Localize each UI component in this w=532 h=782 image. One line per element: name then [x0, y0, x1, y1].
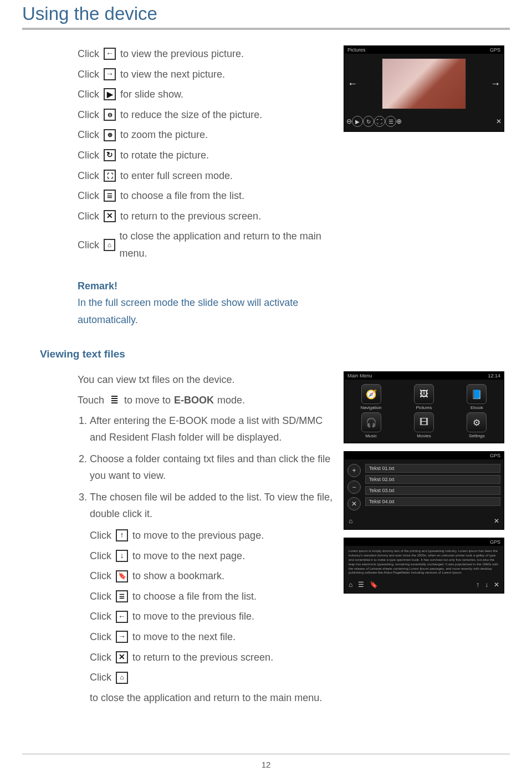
- text: Click: [78, 106, 99, 124]
- text: to choose a file from the list.: [132, 588, 257, 605]
- navigation-icon: 🧭: [361, 384, 381, 404]
- figure-clock: 12:14: [488, 373, 500, 379]
- text: to return to the previous screen.: [132, 649, 273, 666]
- text: to move to: [124, 392, 171, 409]
- menu-label: Music: [349, 433, 393, 438]
- text: Click: [78, 237, 99, 254]
- remark-text: In the full screen mode the slide show w…: [78, 294, 332, 328]
- zoom-out-icon: ⊖: [104, 109, 116, 121]
- file-row: Tekst 04.txt: [365, 497, 500, 506]
- file-list-icon: ☰: [358, 581, 364, 589]
- arrow-left-icon: ←: [104, 48, 116, 60]
- delete-icon: ✕: [347, 497, 361, 510]
- text: to move to the next page.: [132, 548, 245, 565]
- file-list-icon: ☰: [385, 116, 396, 127]
- menu-label: Ebook: [454, 405, 499, 410]
- text: to move to the previous file.: [132, 608, 254, 625]
- text: Click: [78, 66, 99, 83]
- text: You can view txt files on the device.: [78, 371, 235, 389]
- settings-icon: ⚙: [467, 412, 487, 432]
- text: Click: [78, 147, 99, 164]
- page-up-icon: ↑: [116, 529, 128, 541]
- text: to return to the previous screen.: [120, 208, 261, 225]
- pictures-instructions: Click←to view the previous picture. Clic…: [22, 45, 332, 328]
- footer-rule: [22, 754, 510, 754]
- zoom-out-icon: ⊖: [346, 117, 352, 125]
- text: to enter full screen mode.: [120, 167, 233, 185]
- figure-picture-viewer: Pictures GPS ← → ⊖ ▶ ↻ ⛶ ☰ ⊕ ✕: [344, 45, 504, 132]
- text: Click: [78, 167, 99, 185]
- zoom-in-icon: ⊕: [104, 129, 116, 141]
- close-icon: ✕: [496, 117, 502, 125]
- section-heading: Viewing text files: [40, 348, 510, 360]
- text: to view the next picture.: [120, 66, 225, 83]
- textfiles-instructions: You can view txt files on the device. To…: [22, 371, 332, 706]
- text: to reduce the size of the picture.: [120, 106, 262, 124]
- menu-label: Movies: [402, 433, 446, 438]
- zoom-in-icon: ⊕: [396, 117, 402, 125]
- text: Click: [90, 649, 111, 666]
- text: Touch: [78, 392, 104, 409]
- home-icon: ⌂: [104, 239, 115, 251]
- add-icon: +: [347, 464, 361, 477]
- arrow-left-icon: ←: [116, 611, 128, 623]
- arrow-right-icon: →: [116, 631, 128, 643]
- home-icon: ⌂: [116, 672, 128, 684]
- text: to choose a file from the list.: [120, 187, 244, 205]
- text: Click: [78, 187, 99, 205]
- step: Choose a folder containg txt files and t…: [90, 451, 332, 484]
- close-icon: ✕: [104, 210, 116, 222]
- home-icon: ⌂: [349, 581, 352, 589]
- bookmark-icon: 🔖: [116, 570, 128, 582]
- figure-right-label: GPS: [490, 539, 500, 545]
- file-list-icon: ☰: [104, 190, 116, 202]
- figure-title: Pictures: [347, 47, 366, 53]
- step: The chosen file wil be added to the list…: [90, 489, 332, 523]
- figure-file-list: GPS + − ✕ Tekst 01.txt Tekst 02.txt Teks…: [344, 451, 504, 530]
- figure-main-menu: Main Menu 12:14 🧭Navigation 🖼Pictures 📘E…: [344, 371, 504, 443]
- page-down-icon: ↓: [485, 581, 488, 589]
- text: to close the application and return to t…: [90, 689, 322, 707]
- text: to show a bookmark.: [132, 568, 224, 585]
- close-icon: ✕: [494, 581, 499, 589]
- step: After entering the E-BOOK mode a list wi…: [90, 412, 332, 446]
- text: Click: [90, 628, 111, 646]
- fullscreen-icon: ⛶: [374, 116, 385, 127]
- page-up-icon: ↑: [476, 581, 479, 589]
- rotate-icon: ↻: [104, 149, 116, 161]
- file-row: Tekst 02.txt: [365, 475, 500, 484]
- reader-text: Lorem ipsum is simply dummy text of the …: [344, 546, 504, 579]
- figure-right-label: GPS: [490, 453, 500, 458]
- remark-label: Remark!: [78, 278, 332, 295]
- close-icon: ✕: [494, 517, 499, 525]
- play-icon: ▶: [352, 116, 363, 127]
- ebook-icon: ≣: [109, 395, 120, 406]
- text: Click: [78, 86, 99, 103]
- figure-title: Main Menu: [347, 373, 372, 379]
- text: to view the previous picture.: [120, 45, 244, 63]
- menu-label: Settings: [454, 433, 499, 438]
- text: mode.: [217, 392, 245, 409]
- text: Click: [90, 669, 111, 686]
- text: Click: [90, 608, 111, 625]
- text: to close the application and return to t…: [120, 228, 333, 262]
- text: Click: [78, 45, 99, 63]
- file-row: Tekst 03.txt: [365, 486, 500, 495]
- movies-icon: 🎞: [414, 412, 434, 432]
- page-title: Using the device: [22, 3, 510, 24]
- text: Click: [90, 548, 111, 565]
- prev-arrow-icon: ←: [347, 78, 357, 90]
- fullscreen-icon: ⛶: [104, 170, 116, 182]
- file-list-icon: ☰: [116, 590, 128, 602]
- figure-reader: GPS Lorem ipsum is simply dummy text of …: [344, 538, 504, 594]
- figure-right-label: GPS: [490, 47, 500, 53]
- play-icon: ▶: [104, 88, 116, 100]
- rotate-icon: ↻: [363, 116, 374, 127]
- page-down-icon: ↓: [116, 550, 128, 562]
- title-rule: [22, 28, 510, 30]
- ebook-label: E-BOOK: [174, 392, 214, 409]
- file-row: Tekst 01.txt: [365, 464, 500, 473]
- text: Click: [78, 126, 99, 144]
- music-icon: 🎧: [361, 412, 381, 432]
- bookmark-icon: 🔖: [370, 581, 378, 589]
